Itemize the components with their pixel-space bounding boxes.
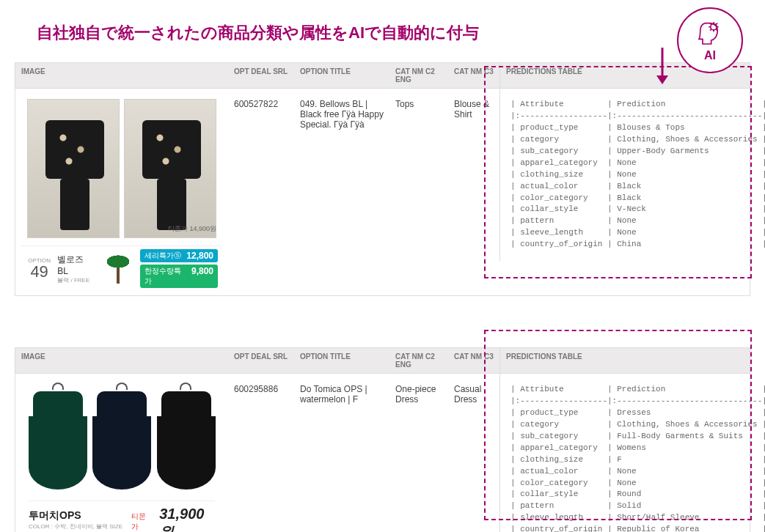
cat-c2: One-piece Dress [389,374,448,409]
predictions-cell: | Attribute | Prediction | |:-----------… [499,374,765,532]
caption-sub: COLOR : 수박, 진네이비, 블랙 SIZE : F [29,522,124,532]
svg-marker-10 [656,75,668,84]
promo-strip: OPTION 49 벨로즈 BL 블랙 / FREE 세리특가ⓢ12,800 한… [21,245,222,291]
product-thumb [91,384,152,494]
col-header-c2: CAT NM C2 ENG [389,348,448,373]
opt-deal-srl: 600295886 [228,374,294,399]
col-header-srl: OPT DEAL SRL [228,63,294,88]
ai-badge-label: AI [704,49,716,62]
ai-head-gear-icon [695,18,725,48]
result-panel-1: IMAGE OPT DEAL SRL OPTION TITLE CAT NM C… [15,62,750,296]
cat-c3: Blouse & Shirt [448,89,499,124]
headline: 自社独自で統一されたの商品分類や属性をAIで自動的に付与 [37,22,750,44]
cat-c2: Tops [389,89,448,114]
option-title: Do Tomica OPS | watermelon | F [294,374,389,409]
col-header-title: OPTION TITLE [294,348,389,373]
opt-deal-srl: 600527822 [228,89,294,114]
product-thumb [27,384,88,494]
svg-line-8 [710,29,711,31]
caption-price-label: 티몬가 [131,511,152,532]
col-header-image: IMAGE [15,63,228,88]
col-header-srl: OPT DEAL SRL [228,348,294,373]
predictions-table: | Attribute | Prediction | |:-----------… [506,93,765,256]
caption-name: 투머치OPS [29,509,124,522]
col-header-title: OPTION TITLE [294,63,389,88]
predictions-cell: | Attribute | Prediction | |:-----------… [499,89,765,261]
predictions-table: | Attribute | Prediction | |:-----------… [506,378,765,532]
col-header-c2: CAT NM C2 ENG [389,63,448,88]
panel-header: IMAGE OPT DEAL SRL OPTION TITLE CAT NM C… [15,63,750,89]
promo-sub: 블랙 / FREE [57,276,96,284]
caption-price: 31,900원 [159,506,215,532]
product-image-cell: 투머치OPS COLOR : 수박, 진네이비, 블랙 SIZE : F 티몬가… [15,374,228,532]
price-pill: 세리특가ⓢ12,800 [140,249,218,262]
col-header-c3: CAT NM C3 [448,63,499,88]
svg-line-5 [710,23,711,25]
product-image-cell: 티존가 14,900원 OPTION 49 벨로즈 BL 블랙 / FREE 세… [15,89,228,295]
product-thumb [124,99,216,238]
palm-tree-icon [100,251,136,287]
promo-name: 벨로즈 BL [57,254,96,276]
result-panel-2: IMAGE OPT DEAL SRL OPTION TITLE CAT NM C… [15,347,750,532]
cat-c3: Casual Dress [448,374,499,409]
product-thumb [27,99,120,238]
option-title: 049. Bellows BL | Black free Гÿà Happy S… [294,89,389,134]
ai-badge: AI [677,7,743,73]
svg-line-6 [716,29,717,31]
panel-header: IMAGE OPT DEAL SRL OPTION TITLE CAT NM C… [15,348,750,374]
svg-line-7 [716,23,717,25]
arrow-down-icon [655,48,670,89]
col-header-image: IMAGE [15,348,228,373]
product-thumb [155,384,216,494]
promo-index: OPTION 49 [26,258,53,280]
tiny-price: 티존가 14,900원 [168,224,216,234]
col-header-c3: CAT NM C3 [448,348,499,373]
col-header-pred: PREDICTIONS TABLE [499,348,750,373]
price-pill: 한정수량특가9,800 [140,265,218,288]
